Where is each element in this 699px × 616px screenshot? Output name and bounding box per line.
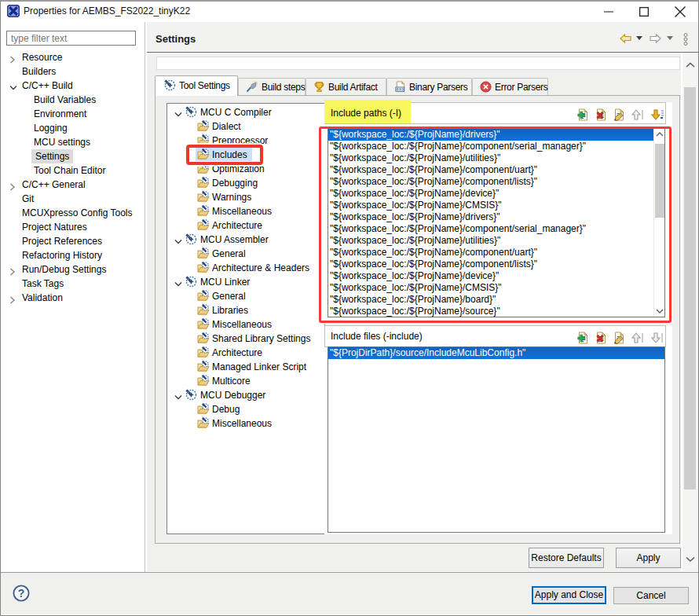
svg-text:?: ? <box>18 587 25 600</box>
